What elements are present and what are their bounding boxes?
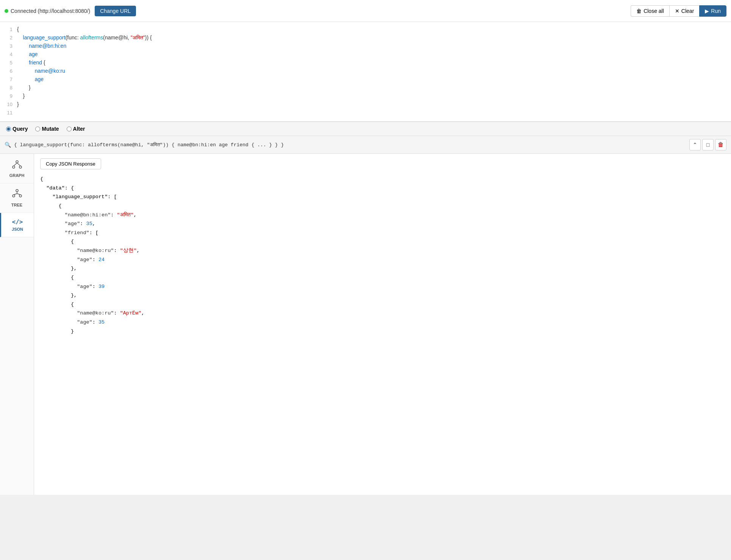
clear-button[interactable]: ✕ Clear [669, 5, 699, 17]
mutate-radio[interactable] [35, 127, 40, 131]
close-all-button[interactable]: 🗑 Close all [631, 5, 669, 17]
header-actions: 🗑 Close all ✕ Clear ▶ Run [631, 5, 726, 17]
json-line: "data": { [40, 184, 725, 193]
expand-icon: □ [706, 142, 709, 148]
editor-section: 1 { 2 language_support(func: allofterms(… [0, 22, 731, 122]
json-line: "age": 35 [40, 318, 725, 327]
line-number: 3 [0, 43, 17, 49]
query-radio[interactable] [6, 127, 11, 131]
svg-point-6 [12, 195, 15, 197]
line-number: 9 [0, 93, 17, 99]
change-url-button[interactable]: Change URL [95, 6, 136, 16]
line-number: 5 [0, 60, 17, 66]
svg-point-7 [19, 195, 22, 197]
x-icon: ✕ [675, 8, 679, 14]
line-number: 7 [0, 77, 17, 82]
json-content-area: Copy JSON Response { "data": { "language… [34, 154, 731, 495]
query-label[interactable]: Query [12, 126, 28, 132]
svg-line-4 [17, 163, 20, 166]
results-wrapper: 🔍 { language_support(func: allofterms(na… [0, 136, 731, 495]
code-line: 10 } [0, 101, 731, 109]
json-line: "name@ko:ru": "상현", [40, 246, 725, 255]
json-line: }, [40, 264, 725, 273]
line-number: 2 [0, 35, 17, 41]
json-line: { [40, 202, 725, 211]
search-icon: 🔍 [5, 142, 11, 148]
run-button[interactable]: ▶ Run [699, 5, 726, 17]
trash-icon: 🗑 [718, 141, 724, 148]
chevron-up-icon: ⌃ [693, 142, 697, 148]
trash-icon: 🗑 [636, 8, 642, 14]
query-type-bar: Query Mutate Alter [0, 122, 731, 136]
header-bar: Connected (http://localhost:8080/) Chang… [0, 0, 731, 22]
copy-json-button[interactable]: Copy JSON Response [40, 158, 101, 169]
json-output: { "data": { "language_support": [ { "nam… [40, 175, 725, 336]
code-line: 1 { [0, 26, 731, 34]
tree-tab-label: TREE [11, 203, 22, 207]
alter-label[interactable]: Alter [73, 126, 85, 132]
code-line: 6 name@ko:ru [0, 67, 731, 76]
query-radio-group: Query [6, 126, 28, 132]
line-number: 11 [0, 110, 17, 116]
code-editor[interactable]: 1 { 2 language_support(func: allofterms(… [0, 22, 731, 121]
sidebar-tab-json[interactable]: </> JSON [0, 213, 34, 237]
json-line: } [40, 327, 725, 336]
expand-button[interactable]: □ [702, 139, 714, 150]
json-line: { [40, 237, 725, 246]
code-line: 2 language_support(func: allofterms(name… [0, 34, 731, 42]
svg-line-9 [14, 194, 17, 195]
line-number: 6 [0, 68, 17, 74]
collapse-button[interactable]: ⌃ [689, 139, 701, 150]
connection-dot [5, 9, 8, 13]
svg-point-2 [19, 166, 22, 168]
mutate-radio-group: Mutate [35, 126, 59, 132]
json-line: "age": 24 [40, 255, 725, 264]
results-header: 🔍 { language_support(func: allofterms(na… [0, 136, 731, 154]
svg-line-10 [17, 194, 20, 195]
json-line: "name@ko:ru": "АртЁм", [40, 309, 725, 318]
results-body: GRAPH TREE </> JSON [0, 154, 731, 495]
line-number: 10 [0, 102, 17, 107]
json-line: "age": 35, [40, 219, 725, 228]
code-line: 4 age [0, 51, 731, 59]
graph-tab-label: GRAPH [9, 173, 25, 178]
delete-button[interactable]: 🗑 [715, 139, 726, 150]
json-line: { [40, 273, 725, 282]
query-preview: { language_support(func: allofterms(name… [14, 142, 686, 148]
alter-radio[interactable] [67, 127, 72, 131]
sidebar-tab-tree[interactable]: TREE [0, 183, 34, 213]
alter-radio-group: Alter [67, 126, 85, 132]
svg-point-5 [16, 189, 18, 192]
code-line: 7 age [0, 76, 731, 84]
connection-status: Connected (http://localhost:8080/) [5, 8, 90, 14]
json-icon: </> [12, 218, 23, 225]
play-icon: ▶ [705, 8, 709, 14]
line-number: 4 [0, 52, 17, 57]
line-number: 8 [0, 85, 17, 91]
line-number: 1 [0, 27, 17, 32]
sidebar-tab-graph[interactable]: GRAPH [0, 154, 34, 183]
code-line: 8 } [0, 84, 731, 92]
json-line: { [40, 175, 725, 184]
svg-point-1 [12, 166, 15, 168]
left-sidebar: GRAPH TREE </> JSON [0, 154, 34, 495]
results-header-actions: ⌃ □ 🗑 [689, 139, 726, 150]
tree-icon [12, 189, 22, 201]
code-line: 9 } [0, 92, 731, 101]
connection-label: Connected (http://localhost:8080/) [11, 8, 90, 14]
json-line: "language_support": [ [40, 192, 725, 202]
code-line: 5 friend { [0, 59, 731, 67]
svg-line-3 [14, 163, 17, 166]
json-tab-label: JSON [12, 227, 23, 232]
code-line: 3 name@bn:hi:en [0, 42, 731, 51]
svg-point-0 [16, 161, 18, 163]
json-line: "name@bn:hi:en": "अमित", [40, 211, 725, 220]
json-line: { [40, 300, 725, 309]
json-line: "age": 39 [40, 282, 725, 291]
json-line: "friend": [ [40, 228, 725, 238]
json-line: }, [40, 291, 725, 300]
graph-icon [12, 159, 22, 172]
mutate-label[interactable]: Mutate [42, 126, 59, 132]
code-line: 11 [0, 109, 731, 117]
